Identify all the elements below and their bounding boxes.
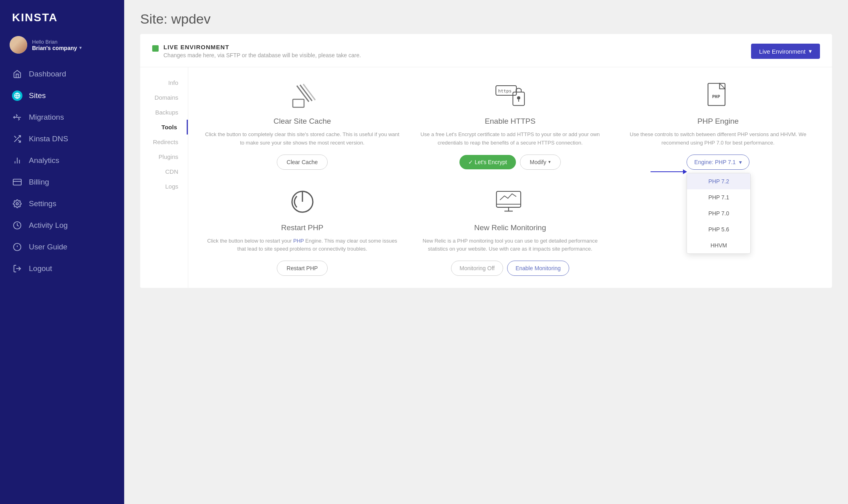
sidebar-item-billing[interactable]: Billing bbox=[0, 171, 124, 193]
subnav-info[interactable]: Info bbox=[140, 75, 188, 90]
svg-rect-20 bbox=[293, 99, 304, 107]
php-desc: Use these controls to switch between dif… bbox=[620, 131, 816, 147]
php-option-70[interactable]: PHP 7.0 bbox=[687, 205, 750, 221]
main-nav: Dashboard Sites Migrations Kinsta DNS An bbox=[0, 63, 124, 279]
settings-icon bbox=[12, 199, 22, 209]
clear-cache-title: Clear Site Cache bbox=[274, 117, 331, 126]
svg-text:https: https bbox=[498, 88, 512, 94]
chevron-down-icon: ▾ bbox=[809, 48, 812, 55]
sidebar-item-label: Dashboard bbox=[29, 70, 66, 78]
environment-card: LIVE ENVIRONMENT Changes made here, via … bbox=[140, 34, 832, 288]
subnav-tools[interactable]: Tools bbox=[140, 120, 188, 135]
php-engine-icon: PHP bbox=[702, 79, 734, 111]
php-dropdown: PHP 7.2 PHP 7.1 PHP 7.0 PHP 5.6 HHVM bbox=[687, 173, 751, 254]
sidebar-item-analytics[interactable]: Analytics bbox=[0, 150, 124, 171]
sidebar-item-label: Activity Log bbox=[29, 221, 68, 230]
sidebar-item-label: Analytics bbox=[29, 156, 59, 165]
sidebar-item-label: Billing bbox=[29, 178, 49, 187]
dns-icon bbox=[12, 134, 22, 144]
user-section[interactable]: Hello Brian Brian's company ▾ bbox=[0, 32, 124, 63]
tool-new-relic: New Relic Monitoring New Relic is a PHP … bbox=[412, 186, 608, 276]
sidebar-item-kinsta-dns[interactable]: Kinsta DNS bbox=[0, 128, 124, 150]
restart-php-button[interactable]: Restart PHP bbox=[277, 261, 328, 276]
env-header: LIVE ENVIRONMENT Changes made here, via … bbox=[140, 34, 832, 67]
php-option-71[interactable]: PHP 7.1 bbox=[687, 189, 750, 205]
modify-button[interactable]: Modify ▾ bbox=[520, 155, 561, 170]
enable-monitoring-button[interactable]: Enable Monitoring bbox=[507, 261, 569, 276]
sidebar-item-label: User Guide bbox=[29, 243, 67, 251]
subnav-domains[interactable]: Domains bbox=[140, 90, 188, 105]
sites-icon bbox=[12, 90, 22, 101]
svg-text:PHP: PHP bbox=[712, 94, 720, 99]
page-header: Site: wpdev bbox=[124, 0, 848, 34]
svg-rect-9 bbox=[13, 179, 21, 185]
sidebar-item-sites[interactable]: Sites bbox=[0, 85, 124, 106]
tool-restart-php: Restart PHP Click the button below to re… bbox=[204, 186, 400, 276]
https-title: Enable HTTPS bbox=[485, 117, 536, 126]
sidebar-item-label: Sites bbox=[29, 91, 46, 100]
svg-rect-32 bbox=[496, 191, 521, 207]
company-chevron-icon: ▾ bbox=[79, 45, 82, 50]
subnav-redirects[interactable]: Redirects bbox=[140, 135, 188, 149]
migrations-icon bbox=[12, 112, 22, 122]
restart-php-title: Restart PHP bbox=[281, 223, 324, 232]
sub-nav: Info Domains Backups Tools Redirects Plu… bbox=[140, 67, 188, 288]
svg-point-24 bbox=[517, 96, 520, 99]
clear-cache-icon bbox=[286, 79, 318, 111]
clear-cache-button[interactable]: Clear Cache bbox=[277, 155, 328, 170]
php-option-56[interactable]: PHP 5.6 bbox=[687, 221, 750, 237]
sidebar-item-dashboard[interactable]: Dashboard bbox=[0, 63, 124, 85]
modify-chevron-icon: ▾ bbox=[548, 159, 551, 165]
logo: KINSTA bbox=[0, 0, 124, 32]
sidebar-item-label: Settings bbox=[29, 199, 56, 208]
env-body: Info Domains Backups Tools Redirects Plu… bbox=[140, 67, 832, 288]
new-relic-title: New Relic Monitoring bbox=[474, 223, 546, 232]
php-chevron-icon: ▾ bbox=[739, 159, 742, 165]
tools-content: Clear Site Cache Click the button to com… bbox=[188, 67, 832, 288]
sidebar-item-label: Logout bbox=[29, 264, 52, 273]
environment-select-button[interactable]: Live Environment ▾ bbox=[751, 44, 820, 59]
php-option-hhvm[interactable]: HHVM bbox=[687, 237, 750, 253]
https-icon: https bbox=[494, 79, 526, 111]
env-title: LIVE ENVIRONMENT bbox=[163, 44, 361, 50]
logout-icon bbox=[12, 263, 22, 274]
env-subtitle: Changes made here, via SFTP or the datab… bbox=[163, 52, 361, 58]
user-info: Hello Brian Brian's company ▾ bbox=[32, 39, 115, 51]
billing-icon bbox=[12, 177, 22, 187]
arrow-indicator bbox=[651, 171, 687, 172]
home-icon bbox=[12, 69, 22, 79]
subnav-plugins[interactable]: Plugins bbox=[140, 149, 188, 164]
guide-icon bbox=[12, 242, 22, 252]
tool-clear-cache: Clear Site Cache Click the button to com… bbox=[204, 79, 400, 170]
env-title-area: LIVE ENVIRONMENT Changes made here, via … bbox=[152, 44, 361, 58]
svg-line-5 bbox=[14, 136, 16, 138]
tool-enable-https: https Enable HTTPS Use a free Let's Encr… bbox=[412, 79, 608, 170]
analytics-icon bbox=[12, 155, 22, 166]
tool-php-engine: PHP PHP Engine Use these controls to swi… bbox=[620, 79, 816, 170]
activity-icon bbox=[12, 220, 22, 231]
php-engine-button[interactable]: Engine: PHP 7.1 ▾ bbox=[687, 155, 749, 170]
sidebar-item-migrations[interactable]: Migrations bbox=[0, 106, 124, 128]
https-desc: Use a free Let's Encrypt certificate to … bbox=[412, 131, 608, 147]
subnav-backups[interactable]: Backups bbox=[140, 105, 188, 120]
main-content: Site: wpdev LIVE ENVIRONMENT Changes mad… bbox=[124, 0, 848, 504]
user-hello: Hello Brian bbox=[32, 39, 115, 45]
sidebar-item-activity-log[interactable]: Activity Log bbox=[0, 215, 124, 236]
subnav-logs[interactable]: Logs bbox=[140, 179, 188, 194]
restart-php-desc: Click the button below to restart your P… bbox=[204, 237, 400, 254]
sidebar-item-logout[interactable]: Logout bbox=[0, 258, 124, 279]
user-company[interactable]: Brian's company ▾ bbox=[32, 45, 115, 51]
sidebar-item-settings[interactable]: Settings bbox=[0, 193, 124, 215]
php-title: PHP Engine bbox=[697, 117, 739, 126]
new-relic-desc: New Relic is a PHP monitoring tool you c… bbox=[412, 237, 608, 254]
tools-grid: Clear Site Cache Click the button to com… bbox=[204, 79, 816, 276]
subnav-cdn[interactable]: CDN bbox=[140, 164, 188, 179]
page-title: Site: wpdev bbox=[140, 11, 832, 27]
lets-encrypt-button[interactable]: ✓ Let's Encrypt bbox=[459, 155, 516, 169]
sidebar-item-user-guide[interactable]: User Guide bbox=[0, 236, 124, 258]
monitoring-off-button[interactable]: Monitoring Off bbox=[451, 261, 503, 276]
svg-point-11 bbox=[16, 203, 18, 205]
new-relic-icon bbox=[494, 186, 526, 218]
php-option-72[interactable]: PHP 7.2 bbox=[687, 173, 750, 189]
arrow-line bbox=[651, 171, 687, 172]
